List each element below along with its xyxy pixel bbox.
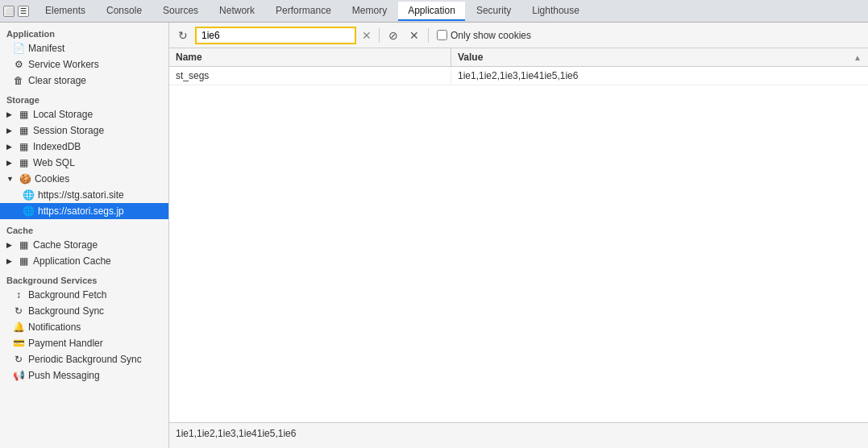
cell-value-st-segs: 1ie1,1ie2,1ie3,1ie41ie5,1ie6 [451, 67, 868, 85]
session-storage-arrow: ▶ [6, 127, 12, 135]
toolbar-separator-2 [428, 28, 429, 43]
sidebar-item-manifest-label: Manifest [28, 43, 64, 54]
sidebar-item-manifest[interactable]: 📄 Manifest [0, 40, 168, 56]
sidebar-item-local-storage-label: Local Storage [33, 109, 93, 120]
sidebar-item-web-sql[interactable]: ▶ ▦ Web SQL [0, 155, 168, 171]
indexeddb-icon: ▦ [18, 141, 29, 152]
only-show-cookies-label: Only show cookies [437, 30, 531, 41]
only-cookies-checkbox[interactable] [437, 30, 447, 40]
sidebar-item-periodic-bg-sync[interactable]: ↻ Periodic Background Sync [0, 351, 168, 367]
sidebar-item-bg-fetch-label: Background Fetch [28, 289, 106, 301]
table-body: st_segs 1ie1,1ie2,1ie3,1ie41ie5,1ie6 [169, 67, 868, 422]
sidebar-item-clear-storage[interactable]: 🗑 Clear storage [0, 73, 168, 89]
cookies-arrow: ▼ [6, 175, 14, 183]
table-header: Name Value ▲ [169, 48, 868, 67]
tab-application[interactable]: Application [398, 2, 465, 21]
sidebar-item-cache-storage-label: Cache Storage [33, 239, 98, 251]
toolbar: ↻ 1ie6 ✕ ⊘ ✕ Only show cookies [169, 23, 868, 48]
notifications-icon: 🔔 [13, 321, 24, 333]
toolbar-separator [379, 28, 380, 43]
sidebar-item-cookies-label: Cookies [35, 173, 69, 185]
tab-elements[interactable]: Elements [35, 2, 95, 21]
sidebar-item-application-cache-label: Application Cache [33, 255, 111, 267]
sort-arrow-icon: ▲ [853, 53, 862, 62]
preview-area: 1ie1,1ie2,1ie3,1ie41ie5,1ie6 [169, 422, 868, 448]
tab-performance[interactable]: Performance [266, 2, 341, 21]
sidebar-item-session-storage[interactable]: ▶ ▦ Session Storage [0, 122, 168, 139]
sidebar-item-push-messaging[interactable]: 📢 Push Messaging [0, 367, 168, 384]
sidebar-item-periodic-bg-sync-label: Periodic Background Sync [28, 354, 142, 365]
tab-network[interactable]: Network [210, 2, 264, 21]
local-storage-arrow: ▶ [6, 110, 12, 118]
sidebar-item-indexeddb-label: IndexedDB [33, 141, 81, 152]
sidebar-item-bg-fetch[interactable]: ↕ Background Fetch [0, 287, 168, 303]
satori-segs-icon: 🌐 [23, 205, 34, 217]
main-layout: Application 📄 Manifest ⚙ Service Workers… [0, 23, 868, 448]
tab-sources[interactable]: Sources [153, 2, 208, 21]
local-storage-icon: ▦ [18, 109, 29, 120]
only-cookies-text: Only show cookies [451, 30, 531, 41]
sidebar-item-service-workers-label: Service Workers [28, 59, 99, 70]
col-value-text: Value [458, 52, 483, 63]
top-bar: ⬜ ☰ Elements Console Sources Network Per… [0, 0, 868, 23]
sidebar-item-notifications-label: Notifications [28, 321, 81, 333]
sidebar-item-web-sql-label: Web SQL [33, 157, 75, 168]
sidebar-item-cookies[interactable]: ▼ 🍪 Cookies [0, 171, 168, 187]
sidebar-item-cache-storage[interactable]: ▶ ▦ Cache Storage [0, 237, 168, 253]
sidebar-item-local-storage[interactable]: ▶ ▦ Local Storage [0, 106, 168, 122]
col-header-value[interactable]: Value ▲ [451, 48, 868, 66]
web-sql-arrow: ▶ [6, 159, 12, 167]
periodic-bg-sync-icon: ↻ [13, 354, 24, 365]
cache-storage-arrow: ▶ [6, 241, 12, 249]
manifest-icon: 📄 [13, 43, 24, 54]
sidebar-item-indexeddb[interactable]: ▶ ▦ IndexedDB [0, 139, 168, 155]
search-input[interactable]: 1ie6 [195, 27, 356, 44]
sidebar-item-payment-handler-label: Payment Handler [28, 338, 103, 349]
tab-memory[interactable]: Memory [343, 2, 397, 21]
preview-text: 1ie1,1ie2,1ie3,1ie41ie5,1ie6 [176, 428, 296, 439]
refresh-button[interactable]: ↻ [174, 27, 192, 44]
session-storage-icon: ▦ [18, 125, 29, 136]
window-icons: ⬜ ☰ [3, 6, 29, 17]
payment-handler-icon: 💳 [13, 338, 24, 349]
web-sql-icon: ▦ [18, 157, 29, 168]
sidebar-item-push-messaging-label: Push Messaging [28, 370, 100, 381]
sidebar-item-application-cache[interactable]: ▶ ▦ Application Cache [0, 253, 168, 269]
service-workers-icon: ⚙ [13, 59, 24, 70]
table-row[interactable]: st_segs 1ie1,1ie2,1ie3,1ie41ie5,1ie6 [169, 67, 868, 85]
section-storage-label: Storage [0, 89, 168, 106]
sidebar-item-satori-segs-label: https://satori.segs.jp [38, 205, 124, 217]
close-button[interactable]: ✕ [405, 27, 423, 44]
bg-sync-icon: ↻ [13, 305, 24, 317]
window-icon-1[interactable]: ⬜ [3, 6, 15, 17]
sidebar-item-payment-handler[interactable]: 💳 Payment Handler [0, 335, 168, 351]
indexeddb-arrow: ▶ [6, 143, 12, 151]
sidebar-item-stg-satori-label: https://stg.satori.site [38, 189, 124, 201]
sidebar: Application 📄 Manifest ⚙ Service Workers… [0, 23, 169, 448]
clear-storage-icon: 🗑 [13, 75, 24, 86]
sidebar-item-service-workers[interactable]: ⚙ Service Workers [0, 56, 168, 73]
table-area: Name Value ▲ st_segs 1ie1,1ie2,1ie3,1ie4… [169, 48, 868, 422]
application-cache-arrow: ▶ [6, 257, 12, 265]
block-button[interactable]: ⊘ [384, 27, 402, 44]
sidebar-item-bg-sync[interactable]: ↻ Background Sync [0, 303, 168, 319]
tab-lighthouse[interactable]: Lighthouse [522, 2, 589, 21]
window-icon-2[interactable]: ☰ [18, 6, 29, 17]
stg-satori-icon: 🌐 [23, 189, 34, 201]
cookies-icon: 🍪 [19, 173, 31, 185]
sidebar-item-session-storage-label: Session Storage [33, 125, 104, 136]
push-messaging-icon: 📢 [13, 370, 24, 381]
tab-security[interactable]: Security [467, 2, 521, 21]
cache-storage-icon: ▦ [18, 239, 29, 251]
sidebar-item-satori-segs[interactable]: 🌐 https://satori.segs.jp [0, 203, 168, 219]
sidebar-item-stg-satori[interactable]: 🌐 https://stg.satori.site [0, 187, 168, 203]
section-bg-services-label: Background Services [0, 269, 168, 287]
tab-console[interactable]: Console [97, 2, 152, 21]
sidebar-scroll: Application 📄 Manifest ⚙ Service Workers… [0, 23, 168, 448]
cell-name-st-segs: st_segs [169, 67, 451, 85]
section-cache-label: Cache [0, 219, 168, 237]
col-header-name[interactable]: Name [169, 48, 451, 66]
clear-search-button[interactable]: ✕ [359, 28, 374, 43]
sidebar-item-clear-storage-label: Clear storage [28, 75, 86, 86]
sidebar-item-notifications[interactable]: 🔔 Notifications [0, 319, 168, 335]
